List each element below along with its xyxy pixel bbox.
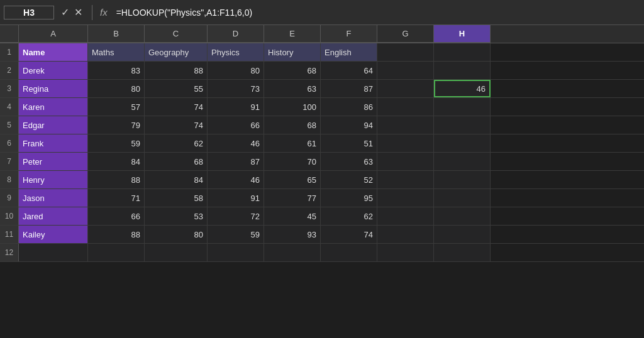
cell-b12[interactable] [88,244,145,261]
cell-b8[interactable]: 88 [88,171,145,188]
cell-d8[interactable]: 46 [208,171,264,188]
cell-e4[interactable]: 100 [264,98,321,116]
cell-f10[interactable]: 62 [321,207,377,225]
cross-icon[interactable]: ✕ [72,6,84,18]
cell-d10[interactable]: 72 [208,207,264,225]
cell-h11[interactable] [434,226,491,243]
cell-b4[interactable]: 57 [88,98,145,116]
cell-a8[interactable]: Henry [19,171,88,188]
cell-b2[interactable]: 83 [88,62,145,79]
cell-b10[interactable]: 66 [88,207,145,225]
cell-f4[interactable]: 86 [321,98,377,116]
cell-f12[interactable] [321,244,377,261]
cell-d1[interactable]: Physics [208,43,264,61]
cell-g1[interactable] [377,43,434,61]
cell-h5[interactable] [434,116,491,134]
cell-h4[interactable] [434,98,491,116]
cell-a7[interactable]: Peter [19,153,88,170]
cell-g7[interactable] [377,153,434,170]
cell-d5[interactable]: 66 [208,116,264,134]
cell-h12[interactable] [434,244,491,261]
cell-c4[interactable]: 74 [145,98,208,116]
col-header-c[interactable]: C [145,25,208,43]
cell-e7[interactable]: 70 [264,153,321,170]
cell-f7[interactable]: 63 [321,153,377,170]
cell-g10[interactable] [377,207,434,225]
cell-e9[interactable]: 77 [264,189,321,207]
cell-c2[interactable]: 88 [145,62,208,79]
cell-g6[interactable] [377,134,434,152]
cell-a9[interactable]: Jason [19,189,88,207]
cell-c1[interactable]: Geography [145,43,208,61]
formula-input[interactable] [113,6,640,19]
cell-a1[interactable]: Name [19,43,88,61]
cell-c7[interactable]: 68 [145,153,208,170]
col-header-d[interactable]: D [208,25,264,43]
cell-c12[interactable] [145,244,208,261]
cell-h10[interactable] [434,207,491,225]
cell-a12[interactable] [19,244,88,261]
cell-h6[interactable] [434,134,491,152]
cell-f8[interactable]: 52 [321,171,377,188]
cell-f5[interactable]: 94 [321,116,377,134]
col-header-h[interactable]: H [434,25,491,43]
cell-d4[interactable]: 91 [208,98,264,116]
cell-d2[interactable]: 80 [208,62,264,79]
cell-f3[interactable]: 87 [321,80,377,97]
cell-e8[interactable]: 65 [264,171,321,188]
cell-c10[interactable]: 53 [145,207,208,225]
cell-f6[interactable]: 51 [321,134,377,152]
cell-h1[interactable] [434,43,491,61]
cell-a4[interactable]: Karen [19,98,88,116]
cell-c9[interactable]: 58 [145,189,208,207]
cell-e6[interactable]: 61 [264,134,321,152]
cell-g8[interactable] [377,171,434,188]
cell-e11[interactable]: 93 [264,226,321,243]
cell-e3[interactable]: 63 [264,80,321,97]
col-header-e[interactable]: E [264,25,321,43]
cell-g2[interactable] [377,62,434,79]
cell-d3[interactable]: 73 [208,80,264,97]
cell-a3[interactable]: Regina [19,80,88,97]
cell-g4[interactable] [377,98,434,116]
cell-h7[interactable] [434,153,491,170]
cell-h2[interactable] [434,62,491,79]
cell-d6[interactable]: 46 [208,134,264,152]
cell-d7[interactable]: 87 [208,153,264,170]
cell-g12[interactable] [377,244,434,261]
cell-b1[interactable]: Maths [88,43,145,61]
cell-c6[interactable]: 62 [145,134,208,152]
cell-f2[interactable]: 64 [321,62,377,79]
cell-a11[interactable]: Kailey [19,226,88,243]
cell-b11[interactable]: 88 [88,226,145,243]
cell-c5[interactable]: 74 [145,116,208,134]
cell-a10[interactable]: Jared [19,207,88,225]
col-header-a[interactable]: A [19,25,88,43]
col-header-b[interactable]: B [88,25,145,43]
col-header-f[interactable]: F [321,25,377,43]
cell-b6[interactable]: 59 [88,134,145,152]
cell-e12[interactable] [264,244,321,261]
cell-c11[interactable]: 80 [145,226,208,243]
cell-c8[interactable]: 84 [145,171,208,188]
cell-g5[interactable] [377,116,434,134]
cell-b7[interactable]: 84 [88,153,145,170]
cell-reference-box[interactable]: H3 [4,6,54,19]
cell-f9[interactable]: 95 [321,189,377,207]
cell-e5[interactable]: 68 [264,116,321,134]
cell-e1[interactable]: History [264,43,321,61]
cell-b5[interactable]: 79 [88,116,145,134]
cell-d11[interactable]: 59 [208,226,264,243]
cell-a6[interactable]: Frank [19,134,88,152]
cell-h3[interactable]: 46 [434,80,491,97]
cell-g11[interactable] [377,226,434,243]
cell-a2[interactable]: Derek [19,62,88,79]
col-header-g[interactable]: G [377,25,434,43]
cell-d9[interactable]: 91 [208,189,264,207]
cell-g9[interactable] [377,189,434,207]
cell-e2[interactable]: 68 [264,62,321,79]
cell-g3[interactable] [377,80,434,97]
checkmark-icon[interactable]: ✓ [59,6,71,18]
cell-c3[interactable]: 55 [145,80,208,97]
cell-h9[interactable] [434,189,491,207]
